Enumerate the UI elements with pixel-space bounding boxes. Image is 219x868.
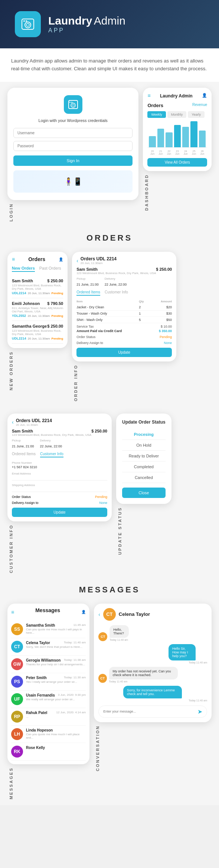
- tab-monthly[interactable]: Monthly: [167, 111, 187, 118]
- order-status-1: Pending: [52, 292, 63, 295]
- amount-paid-row: Amount Paid via Credit Card $ 350.00: [76, 329, 172, 333]
- item-row-1: Jacket - Dry Clean 2 $20: [76, 304, 172, 311]
- dashboard-phone: ≡ Laundry Admin 👤 Orders Revenue Weekly …: [143, 88, 212, 171]
- item-amount-2: $30: [149, 311, 172, 317]
- orders-menu-icon[interactable]: ≡: [12, 256, 15, 262]
- msg-time-usain: 3 Jun, 2020: 9:30 pm: [58, 693, 86, 697]
- update-button-ci[interactable]: Update: [12, 508, 107, 517]
- status-option-onhold[interactable]: On Hold: [122, 440, 166, 451]
- dashboard-title: Laundry Admin: [160, 93, 193, 99]
- order-top-1: Sam Smith $ 250.00: [12, 279, 63, 283]
- order-date-2: 20 Jun, 11:30am: [28, 314, 50, 318]
- ci-tabs: Ordered Items Customer Info: [12, 452, 107, 457]
- messages-menu-icon[interactable]: ≡: [11, 609, 14, 615]
- email-value: [12, 476, 107, 480]
- ci-delivery-row: Delivery Assign to None: [12, 501, 107, 505]
- amount-paid-value: $ 350.00: [159, 329, 172, 333]
- conv-contact-name: Celena Taylor: [119, 611, 150, 617]
- order-name-1: Sam Smith: [12, 279, 33, 283]
- update-button-oi[interactable]: Update: [76, 348, 172, 357]
- ci-title-group: Orders UDL 2214 20 Jun, 11:30am: [16, 418, 52, 427]
- service-tax-row: Service Tax $ 10.00: [76, 325, 172, 328]
- tab-new-orders[interactable]: New Orders: [12, 266, 35, 272]
- msg-item-gerogia[interactable]: GW Gerogia Williamson Today: 11:38 am Th…: [11, 656, 86, 673]
- signin-button[interactable]: Sign In: [13, 155, 133, 166]
- intro-text: Laundry Admin app allows admin to manage…: [11, 57, 208, 73]
- tab-customer-ci[interactable]: Customer Info: [40, 452, 63, 457]
- msg-item-peter[interactable]: PS Peter Smith Today: 11:30 am Yes I rea…: [11, 673, 86, 691]
- label-7: 26 Jun: [199, 150, 206, 155]
- password-input[interactable]: [13, 141, 133, 151]
- order-name-2: Emili Johnson: [12, 301, 40, 306]
- status-option-processing[interactable]: Procesing: [122, 429, 166, 440]
- order-item-1[interactable]: Sam Smith $ 250.00 123 Westmount Blvd, B…: [12, 276, 63, 298]
- title-bold: Laundry: [48, 15, 92, 27]
- msg-preview-usain: We really will arrange your order sir...: [26, 698, 86, 701]
- title-light: Admin: [94, 15, 125, 27]
- back-button[interactable]: ‹: [76, 258, 78, 264]
- ci-delivery: Delivery 22 June, 22:00: [40, 439, 62, 449]
- message-input[interactable]: [103, 710, 195, 713]
- app-header: Laundry Admin APP: [0, 0, 219, 48]
- order-bottom-3: UDL2214 20 Jun, 11:30am Pending: [12, 337, 63, 340]
- tab-yearly[interactable]: Yearly: [188, 111, 205, 118]
- order-status-value: Pending: [160, 335, 172, 339]
- update-status-label: UPDATE STATUS: [116, 507, 124, 555]
- username-input[interactable]: [13, 128, 133, 138]
- tab-ordered-items[interactable]: Ordered Items: [76, 290, 100, 296]
- delivery-item: Delivery 22 June, 22:00: [105, 277, 127, 287]
- order-date-3: 20 Jun, 11:30am: [28, 337, 50, 340]
- tab-past-orders[interactable]: Past Orders: [39, 266, 61, 272]
- messages-label: MESSAGES: [7, 767, 15, 799]
- tab-customer-info-oi[interactable]: Customer Info: [105, 290, 128, 296]
- item-amount-3: $50: [149, 317, 172, 323]
- title-subtitle: APP: [48, 27, 125, 34]
- order-status-label: Order Status: [76, 335, 95, 339]
- bar-4: [174, 125, 181, 147]
- ci-order-status-label: Order Status: [12, 495, 31, 499]
- order-info-column: ‹ Orders UDL 2214 20 Jun, 11:30am Sam Sm…: [72, 252, 176, 401]
- send-button[interactable]: ➤: [197, 708, 202, 715]
- msg-name-row-usain: Usain Fernandis 3 Jun, 2020: 9:30 pm: [26, 693, 86, 697]
- ci-delivery-date: 22 June, 22:00: [40, 444, 62, 448]
- svg-point-7: [72, 104, 74, 106]
- msg-name-row-rose: Rose Kelly: [26, 746, 86, 750]
- msg-item-rose[interactable]: RK Rose Kelly: [11, 743, 86, 761]
- msg-item-celena[interactable]: CT Celena Taylor Today: 11:40 am Sorry, …: [11, 638, 86, 656]
- status-option-cancelled[interactable]: Cancelled: [122, 472, 166, 483]
- msg-item-linda[interactable]: LH Linda Hopeson Can you quote me How mu…: [11, 726, 86, 743]
- conv-back-button[interactable]: ‹: [98, 611, 100, 617]
- msg-preview-linda: Can you quote me How much I will place a…: [26, 733, 86, 739]
- msg-item-rahuk[interactable]: RP Rahuk Patel 12 Jun, 2020: 4:14 am ...: [11, 708, 86, 726]
- view-all-button[interactable]: View All Orders: [147, 158, 207, 167]
- tab-ordered-ci[interactable]: Ordered Items: [12, 452, 36, 457]
- msg-content-peter: Peter Smith Today: 11:30 am Yes I really…: [26, 676, 86, 684]
- msg-content-celena: Celena Taylor Today: 11:40 am Sorry, We …: [26, 641, 86, 649]
- order-id-3: UDL2214: [12, 337, 26, 340]
- msg-content-gerogia: Gerogia Williamson Today: 11:38 am Thank…: [26, 658, 86, 666]
- msg-content-rose: Rose Kelly: [26, 746, 86, 750]
- tab-weekly[interactable]: Weekly: [147, 111, 166, 118]
- msg-item-usain[interactable]: UF Usain Fernandis 3 Jun, 2020: 9:30 pm …: [11, 691, 86, 708]
- status-option-completed[interactable]: Completed: [122, 462, 166, 472]
- order-item-3[interactable]: Samantha George $ 250.00 123 Westmount B…: [12, 321, 63, 344]
- bubble-group-3: CT My order has not received yet. Can yo…: [98, 667, 207, 683]
- msg-preview-celena: Sorry, We don't think that product is He…: [26, 645, 86, 649]
- phone-field: Phone Number +1 567 824 3210: [12, 461, 107, 469]
- ci-customer-name: Sam Smith: [12, 429, 91, 433]
- washer-icon: [20, 17, 35, 32]
- close-button[interactable]: Close: [122, 488, 166, 498]
- new-orders-label: NEW ORDERS: [7, 351, 15, 390]
- conversation-header: ‹ CT Celena Taylor: [98, 608, 207, 621]
- msg-item-samantha[interactable]: SS Samantha Smith 11:45 am Can you quote…: [11, 621, 86, 638]
- ci-back-button[interactable]: ‹: [12, 419, 14, 425]
- delivery-assign-label: Delivery Assign to: [76, 341, 103, 345]
- dashboard-label: DASHBOARD: [143, 174, 150, 211]
- status-option-ready[interactable]: Ready to Deliver: [122, 451, 166, 462]
- bubble-text-4: Sorry, for inconvenience Lemme check and…: [123, 686, 182, 698]
- menu-icon[interactable]: ≡: [147, 93, 150, 99]
- bubble-row-right-4: Sorry, for inconvenience Lemme check and…: [98, 686, 207, 702]
- msg-name-rose: Rose Kelly: [26, 746, 45, 750]
- order-item-2[interactable]: Emili Johnson $ 790.50 611, Amtaliya Tow…: [12, 298, 63, 321]
- label-2: 21 Jun: [157, 150, 164, 155]
